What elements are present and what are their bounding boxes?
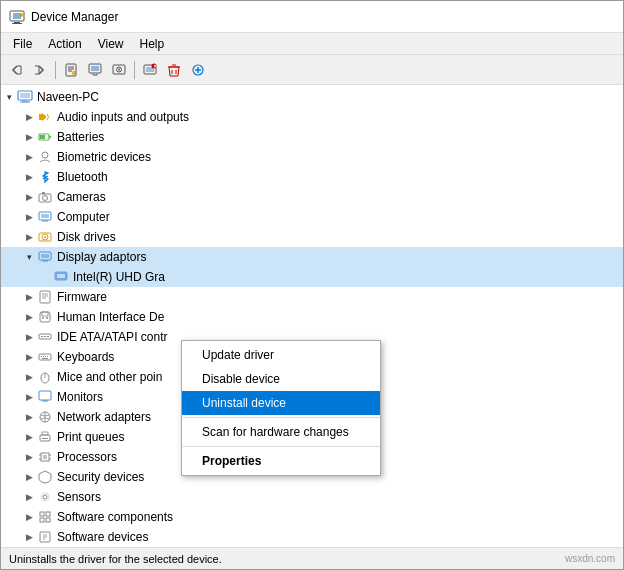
item-label: Audio inputs and outputs (57, 110, 189, 124)
scan-button[interactable] (108, 59, 130, 81)
svg-rect-2 (14, 22, 20, 23)
item-label: Computer (57, 210, 110, 224)
list-item[interactable]: ▶ Software devices (1, 527, 623, 547)
svg-rect-12 (91, 66, 99, 71)
item-label: Cameras (57, 190, 106, 204)
expand-arrow: ▾ (21, 249, 37, 265)
disable-button[interactable]: ✕ (139, 59, 161, 81)
svg-rect-89 (46, 512, 50, 516)
svg-rect-51 (57, 274, 65, 278)
context-menu-update-driver[interactable]: Update driver (182, 343, 380, 367)
properties-button[interactable]: ! (60, 59, 82, 81)
biometric-icon (37, 149, 53, 165)
menu-help[interactable]: Help (132, 35, 173, 53)
svg-rect-69 (42, 358, 48, 359)
svg-rect-57 (42, 312, 48, 316)
svg-point-45 (44, 236, 46, 238)
context-menu-scan-hardware[interactable]: Scan for hardware changes (182, 420, 380, 444)
tree-panel[interactable]: ▾ Naveen-PC ▶ Audio inputs and ou (1, 85, 623, 547)
status-brand: wsxdn.com (565, 553, 615, 564)
context-menu-uninstall-device[interactable]: Uninstall device (182, 391, 380, 415)
software-components-icon (37, 509, 53, 525)
root-expand-arrow: ▾ (1, 89, 17, 105)
list-item[interactable]: ▶ Biometric devices (1, 147, 623, 167)
update-driver-button[interactable] (84, 59, 106, 81)
list-item[interactable]: ▶ Computer (1, 207, 623, 227)
expand-arrow: ▶ (21, 189, 37, 205)
display-adaptors-item[interactable]: ▾ Display adaptors (1, 247, 623, 267)
bluetooth-icon (37, 169, 53, 185)
svg-rect-56 (40, 312, 50, 322)
svg-rect-47 (41, 254, 49, 258)
context-menu-disable-device[interactable]: Disable device (182, 367, 380, 391)
item-label: IDE ATA/ATAPI contr (57, 330, 167, 344)
svg-rect-81 (43, 455, 47, 459)
svg-marker-32 (42, 113, 46, 121)
status-bar: Uninstalls the driver for the selected d… (1, 547, 623, 569)
list-item[interactable]: ▶ Human Interface De (1, 307, 623, 327)
disk-icon (37, 229, 53, 245)
firmware-icon (37, 289, 53, 305)
expand-arrow: ▶ (21, 209, 37, 225)
expand-arrow: ▶ (21, 369, 37, 385)
expand-arrow: ▶ (21, 109, 37, 125)
hid-icon (37, 309, 53, 325)
expand-arrow: ▶ (21, 229, 37, 245)
monitor-icon (37, 389, 53, 405)
svg-point-36 (42, 152, 48, 158)
item-label: Bluetooth (57, 170, 108, 184)
expand-arrow: ▶ (21, 389, 37, 405)
menu-view[interactable]: View (90, 35, 132, 53)
software-devices-icon (37, 529, 53, 545)
svg-text:✕: ✕ (153, 63, 157, 69)
svg-rect-72 (39, 391, 51, 400)
security-icon (37, 469, 53, 485)
item-label: Intel(R) UHD Gra (73, 270, 165, 284)
forward-button[interactable] (29, 59, 51, 81)
svg-rect-66 (43, 356, 44, 357)
list-item[interactable]: ▶ Sensors (1, 487, 623, 507)
menu-action[interactable]: Action (40, 35, 89, 53)
svg-rect-88 (40, 512, 44, 516)
item-label: Processors (57, 450, 117, 464)
list-item[interactable]: ▶ Bluetooth (1, 167, 623, 187)
device-manager-window: Device Manager File Action View Help ! (0, 0, 624, 570)
context-menu-properties[interactable]: Properties (182, 449, 380, 473)
expand-arrow: ▶ (21, 349, 37, 365)
item-label: Print queues (57, 430, 124, 444)
title-bar-text: Device Manager (31, 10, 118, 24)
item-label: Human Interface De (57, 310, 164, 324)
batteries-icon (37, 129, 53, 145)
menu-file[interactable]: File (5, 35, 40, 53)
uninstall-button[interactable] (163, 59, 185, 81)
keyboard-icon (37, 349, 53, 365)
context-menu-separator-2 (182, 446, 380, 447)
cameras-icon (37, 189, 53, 205)
list-item[interactable]: ▶ Audio inputs and outputs (1, 107, 623, 127)
back-button[interactable] (5, 59, 27, 81)
list-item[interactable]: ▶ Firmware (1, 287, 623, 307)
expand-arrow: ▶ (21, 509, 37, 525)
item-label: Monitors (57, 390, 103, 404)
list-item[interactable]: ▶ Disk drives (1, 227, 623, 247)
item-label: Software components (57, 510, 173, 524)
list-item[interactable]: ▶ Cameras (1, 187, 623, 207)
menu-bar: File Action View Help (1, 33, 623, 55)
svg-rect-39 (42, 192, 45, 194)
list-item[interactable]: ▶ Batteries (1, 127, 623, 147)
item-label: Software devices (57, 530, 148, 544)
expand-arrow: ▶ (21, 329, 37, 345)
svg-rect-63 (47, 336, 49, 337)
intel-uhd-item[interactable]: Intel(R) UHD Gra (1, 267, 623, 287)
tree-root[interactable]: ▾ Naveen-PC (1, 87, 623, 107)
item-label: Network adapters (57, 410, 151, 424)
list-item[interactable]: ▶ Software components (1, 507, 623, 527)
item-label: Mice and other poin (57, 370, 162, 384)
title-bar-icon (9, 9, 25, 25)
svg-rect-65 (41, 356, 42, 357)
intel-icon (53, 269, 69, 285)
svg-text:!: ! (73, 70, 74, 75)
svg-point-15 (118, 68, 120, 70)
add-driver-button[interactable] (187, 59, 209, 81)
item-label: Security devices (57, 470, 144, 484)
